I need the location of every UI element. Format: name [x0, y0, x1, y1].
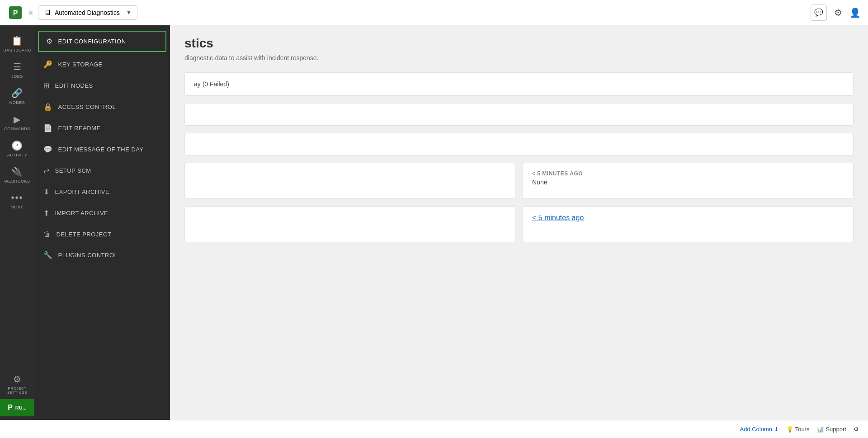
sidebar-label-dashboard: DASHBOARD — [3, 48, 31, 52]
menu-label-import-archive: IMPORT ARCHIVE — [55, 210, 108, 217]
edit-readme-icon: 📄 — [43, 124, 53, 132]
card-3 — [184, 133, 854, 155]
app-logo: P — [7, 5, 24, 21]
time-label-1: < 5 MINUTES AGO — [532, 170, 844, 177]
rundeck-logo: P — [8, 404, 13, 412]
menu-item-key-storage[interactable]: 🔑 KEY STORAGE — [34, 54, 170, 75]
favorite-star[interactable]: ★ — [27, 8, 34, 18]
sidebar-label-more: MORE — [11, 205, 24, 209]
menu-item-edit-readme[interactable]: 📄 EDIT README — [34, 118, 170, 139]
support-label: Support — [826, 426, 846, 433]
gear-icon: ⚙ — [834, 7, 842, 18]
content-area: stics diagnostic-data to assist with inc… — [170, 25, 868, 420]
chevron-down-icon: ▼ — [126, 9, 132, 16]
row1-left — [184, 163, 515, 199]
dashboard-icon: 📋 — [11, 35, 23, 46]
row2-left — [184, 206, 515, 242]
sidebar-label-nodes: NODES — [9, 100, 25, 105]
commands-icon: ▶ — [14, 114, 21, 125]
add-column-label: Add Column — [740, 426, 772, 433]
menu-label-edit-configuration: EDIT CONFIGURATION — [58, 38, 126, 45]
menu-item-import-archive[interactable]: ⬆ IMPORT ARCHIVE — [34, 203, 170, 224]
user-icon: 👤 — [849, 7, 861, 18]
sidebar-item-dashboard[interactable]: 📋 DASHBOARD — [0, 31, 34, 57]
plugins-control-icon: 🔧 — [43, 251, 53, 259]
sidebar-label-webhooks: WEBHOOKS — [4, 179, 30, 184]
sidebar-label-commands: COMMANDS — [4, 127, 30, 131]
menu-item-export-archive[interactable]: ⬇ EXPORT ARCHIVE — [34, 181, 170, 203]
row-2: < 5 minutes ago — [184, 206, 854, 242]
setup-scm-icon: ⇄ — [43, 166, 50, 175]
project-dropdown[interactable]: 🖥 Automated Diagnostics ▼ — [38, 5, 137, 20]
user-button[interactable]: 👤 — [849, 7, 861, 18]
delete-project-icon: 🗑 — [43, 230, 51, 238]
project-name: Automated Diagnostics — [55, 9, 123, 16]
menu-item-setup-scm[interactable]: ⇄ SETUP SCM — [34, 160, 170, 181]
rundeck-button[interactable]: P RU... — [0, 399, 34, 416]
bottombar: Add Column ⬇ 💡 Tours 📊 Support ⚙ — [0, 420, 868, 438]
settings-button[interactable]: ⚙ — [834, 7, 842, 18]
tours-button[interactable]: 💡 Tours — [786, 426, 810, 433]
time-value-1: None — [532, 179, 844, 186]
sidebar-label-activity: ACTIVITY — [7, 153, 28, 157]
project-icon: 🖥 — [44, 9, 51, 17]
nodes-icon: 🔗 — [11, 88, 23, 99]
sidebar-item-nodes[interactable]: 🔗 NODES — [0, 83, 34, 109]
jobs-icon: ☰ — [13, 61, 22, 72]
stat-label: ay (0 Failed) — [194, 80, 229, 88]
bottombar-settings-button[interactable]: ⚙ — [854, 426, 859, 433]
edit-configuration-icon: ⚙ — [46, 37, 53, 46]
edit-nodes-icon: ⊞ — [43, 81, 50, 90]
activity-icon: 🕐 — [11, 140, 23, 151]
menu-label-edit-readme: EDIT README — [58, 125, 101, 132]
stat-card: ay (0 Failed) — [184, 72, 854, 96]
webhooks-icon: 🔌 — [11, 166, 23, 177]
topbar: P ★ 🖥 Automated Diagnostics ▼ 💬 ⚙ 👤 — [0, 0, 868, 25]
sidebar-item-more[interactable]: ••• MORE — [0, 188, 34, 214]
sidebar-bottom: ⚙ PROJECT SETTINGS P RU... — [0, 369, 34, 420]
add-column-button[interactable]: Add Column ⬇ — [740, 426, 778, 433]
sidebar-item-activity[interactable]: 🕐 ACTIVITY — [0, 136, 34, 162]
menu-item-edit-nodes[interactable]: ⊞ EDIT NODES — [34, 75, 170, 96]
menu-item-edit-motd[interactable]: 💬 EDIT MESSAGE OF THE DAY — [34, 139, 170, 160]
menu-label-plugins-control: PLUGINS CONTROL — [58, 252, 118, 259]
sidebar-label-jobs: JOBS — [11, 74, 23, 79]
sidebar: 📋 DASHBOARD ☰ JOBS 🔗 NODES ▶ COMMANDS 🕐 … — [0, 25, 34, 420]
menu-label-edit-motd: EDIT MESSAGE OF THE DAY — [58, 146, 144, 153]
tours-icon: 💡 — [786, 426, 793, 433]
bottombar-settings-icon: ⚙ — [854, 426, 859, 433]
rundeck-label: RU... — [15, 405, 27, 410]
chat-button[interactable]: 💬 — [811, 5, 827, 21]
row2-right: < 5 minutes ago — [523, 206, 854, 242]
key-storage-icon: 🔑 — [43, 60, 53, 69]
sidebar-item-project-settings[interactable]: ⚙ PROJECT SETTINGS — [0, 369, 34, 399]
menu-label-edit-nodes: EDIT NODES — [55, 82, 93, 89]
row1-right: < 5 MINUTES AGO None — [523, 163, 854, 199]
more-icon: ••• — [11, 193, 23, 203]
menu-item-edit-configuration[interactable]: ⚙ EDIT CONFIGURATION — [38, 31, 166, 52]
menu-item-plugins-control[interactable]: 🔧 PLUGINS CONTROL — [34, 245, 170, 266]
menu-label-setup-scm: SETUP SCM — [55, 167, 91, 174]
menu-item-access-control[interactable]: 🔒 ACCESS CONTROL — [34, 96, 170, 118]
chat-icon: 💬 — [814, 8, 823, 17]
svg-text:P: P — [13, 9, 18, 17]
page-description: diagnostic-data to assist with incident … — [184, 54, 854, 61]
support-icon: 📊 — [816, 426, 824, 433]
sidebar-item-webhooks[interactable]: 🔌 WEBHOOKS — [0, 162, 34, 188]
support-button[interactable]: 📊 Support — [816, 426, 846, 433]
menu-item-delete-project[interactable]: 🗑 DELETE PROJECT — [34, 224, 170, 245]
edit-motd-icon: 💬 — [43, 145, 53, 154]
row-1: < 5 MINUTES AGO None — [184, 163, 854, 199]
menu-label-delete-project: DELETE PROJECT — [57, 231, 112, 238]
menu-label-key-storage: KEY STORAGE — [58, 61, 103, 68]
access-control-icon: 🔒 — [43, 103, 53, 111]
export-archive-icon: ⬇ — [43, 188, 50, 196]
sidebar-item-jobs[interactable]: ☰ JOBS — [0, 57, 34, 83]
import-archive-icon: ⬆ — [43, 209, 50, 217]
time-link[interactable]: < 5 minutes ago — [532, 214, 584, 221]
sidebar-item-commands[interactable]: ▶ COMMANDS — [0, 109, 34, 136]
menu-label-export-archive: EXPORT ARCHIVE — [55, 188, 110, 195]
tours-label: Tours — [795, 426, 810, 433]
sidebar-label-project-settings: PROJECT SETTINGS — [7, 386, 27, 395]
dropdown-menu: ⚙ EDIT CONFIGURATION 🔑 KEY STORAGE ⊞ EDI… — [34, 25, 170, 420]
